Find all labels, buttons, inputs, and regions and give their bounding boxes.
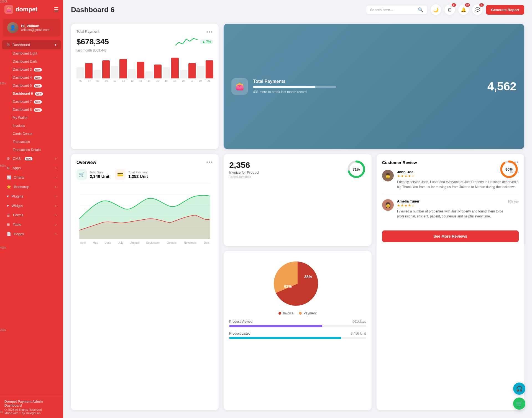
product-viewed-label: Product Viewed (229, 320, 252, 324)
sidebar-item-widget[interactable]: ♥ Widget › (2, 201, 61, 210)
total-payment-header: Total Payment ••• (76, 29, 213, 35)
x-label-october: October (167, 241, 177, 244)
total-sale-info: Total Sale 2,346 Unit (90, 171, 109, 179)
donut-label-payment: 90% (505, 167, 513, 171)
trend-value: 7% (206, 40, 211, 44)
sidebar-item-pages[interactable]: 📄 Pages › (2, 229, 61, 239)
sidebar-item-dashboard-3[interactable]: Dashboard 3 New (2, 66, 61, 73)
payment-dot (299, 312, 302, 315)
sidebar-item-dashboard-6[interactable]: Dashboard 6 New (2, 90, 61, 98)
product-stats: Product Viewed 561/days Product Listed 3… (229, 320, 366, 339)
review-item-1: 👨 John Doe 5m ago ★★★★☆ Friendly service… (382, 170, 519, 194)
sidebar-item-forms[interactable]: 🖨 Forms › (2, 211, 61, 220)
bar-item (111, 66, 118, 78)
sidebar-item-dashboard-5[interactable]: Dashboard 5 New (2, 82, 61, 89)
bar-x-label: 21 (204, 80, 213, 82)
pie-legend-payment: Payment (299, 311, 316, 315)
messages-badge: 5 (479, 3, 484, 7)
sidebar-item-transaction-details[interactable]: Transaction Details (2, 146, 61, 154)
sidebar-item-table[interactable]: ☰ Table › (2, 220, 61, 229)
bar-item (154, 65, 162, 78)
sidebar: 👛 dompet ☰ 👤 Hi, William william@gmail.c… (0, 0, 63, 418)
x-label-november: November (184, 241, 197, 244)
bar-chart (76, 56, 213, 78)
sidebar-item-dashboard-light[interactable]: Dashboard Light (2, 50, 61, 57)
review-avatar-2: 👩 (382, 199, 394, 211)
sidebar-item-cms[interactable]: ⚙ CMS New › (2, 154, 61, 163)
bar-group (137, 62, 144, 78)
plugins-label: Plugins (12, 194, 24, 198)
review-header: Customer Review ••• (382, 160, 519, 165)
chevron-right-icon-forms: › (55, 213, 57, 217)
chevron-right-icon-apps: › (55, 166, 57, 170)
bar-group (85, 63, 93, 78)
bar-group (154, 65, 162, 78)
sidebar-item-plugins[interactable]: ♥ Plugins › (2, 192, 61, 201)
total-payment-stat: 💳 Total Payment 1,252 Unit (115, 169, 148, 180)
generate-report-button[interactable]: Generate Report (486, 5, 524, 15)
chevron-right-icon-charts: › (55, 175, 57, 179)
messages-btn[interactable]: 💬 5 (472, 4, 483, 15)
trend-badge: ▲ 7% (200, 39, 213, 44)
search-input[interactable] (370, 8, 416, 12)
overview-menu[interactable]: ••• (206, 160, 213, 165)
bar-item (128, 69, 135, 78)
content-grid: Total Payment ••• $678,345 ▲ 7% last m (63, 19, 532, 418)
bar-x-label: 16 (162, 80, 170, 82)
total-payment-stat-info: Total Payment 1,252 Unit (128, 171, 148, 179)
floating-buttons: 🎧 🛒 (513, 383, 525, 410)
chevron-right-icon: › (55, 157, 57, 161)
overview-header: Overview ••• (76, 160, 213, 165)
sidebar-item-dashboard-7[interactable]: Dashboard 7 New (2, 98, 61, 106)
total-payment-label: Total Payment (76, 29, 99, 34)
sidebar-item-dashboard-8[interactable]: Dashboard 8 New (2, 106, 61, 114)
invoice-product-donut: 71% (347, 160, 366, 179)
total-payments-progress-bar (253, 86, 336, 88)
bar-group (76, 67, 84, 78)
total-sale-stat: 🛒 Total Sale 2,346 Unit (76, 169, 109, 180)
see-more-reviews-button[interactable]: See More Reviews (382, 230, 519, 242)
sidebar-item-apps[interactable]: ⊕ Apps › (2, 163, 61, 173)
total-sale-icon: 🛒 (76, 169, 87, 180)
avatar-image: 👤 (7, 22, 18, 33)
product-listed-progress (229, 337, 366, 339)
support-float-btn[interactable]: 🎧 (513, 383, 525, 395)
search-icon[interactable]: 🔍 (418, 7, 423, 12)
main-content: Dashboard 6 🔍 🌙 ⊞ 2 🔔 12 💬 5 Generate Re… (63, 0, 532, 418)
review-name-2: Amelia Tuner (397, 199, 420, 203)
sidebar-item-my-wallet[interactable]: My Wallet (2, 114, 61, 122)
review-text-2: I viewed a number of properties with Jus… (397, 209, 519, 219)
total-payment-menu[interactable]: ••• (206, 29, 213, 35)
sidebar-item-transaction[interactable]: Transaction (2, 138, 61, 146)
sidebar-item-bootstrap[interactable]: ⭐ Bootstrap › (2, 182, 61, 191)
sidebar-item-cards-center[interactable]: Cards Center (2, 130, 61, 138)
total-sale-value: 2,346 Unit (90, 174, 109, 179)
footer-copyright: © 2023 All Rights Reserved (4, 408, 59, 411)
cms-item-left: ⚙ CMS New (7, 157, 32, 161)
trend-up-icon: ▲ (202, 40, 205, 44)
sidebar-item-dashboard-dark[interactable]: Dashboard Dark (2, 58, 61, 65)
invoice-product-label: Invoice for Product (229, 170, 259, 175)
bar-group (94, 70, 101, 78)
bar-item (76, 67, 84, 78)
cart-float-btn[interactable]: 🛒 (513, 398, 525, 410)
notifications-btn[interactable]: 🔔 12 (458, 4, 469, 15)
theme-toggle-btn[interactable]: 🌙 (431, 4, 441, 15)
total-payments-progress-fill (253, 86, 315, 88)
plugins-item-left: ♥ Plugins (7, 194, 23, 198)
sidebar-item-dashboard-4[interactable]: Dashboard 4 New (2, 74, 61, 81)
x-label-july: July (118, 241, 123, 244)
bar-x-label: 12 (128, 80, 136, 82)
sidebar-item-charts[interactable]: 📊 Charts › (2, 173, 61, 182)
sidebar-item-dashboard[interactable]: ⊞ Dashboard ▾ (2, 40, 61, 49)
review-avatar-1: 👨 (382, 170, 394, 181)
pages-label: Pages (14, 232, 24, 236)
apps-btn[interactable]: ⊞ 2 (444, 4, 455, 15)
pie-legend-invoice: Invoice (278, 311, 293, 315)
bar-x-label: 14 (145, 80, 154, 82)
x-axis-labels: April May June July August September Oct… (76, 241, 213, 244)
sidebar-navigation: ⊞ Dashboard ▾ Dashboard Light Dashboard … (0, 40, 63, 396)
total-payments-blue-card: 👛 Total Payments 431 more to break last … (224, 24, 524, 149)
sidebar-item-invoices[interactable]: Invoices (2, 122, 61, 130)
hamburger-icon[interactable]: ☰ (54, 6, 59, 13)
